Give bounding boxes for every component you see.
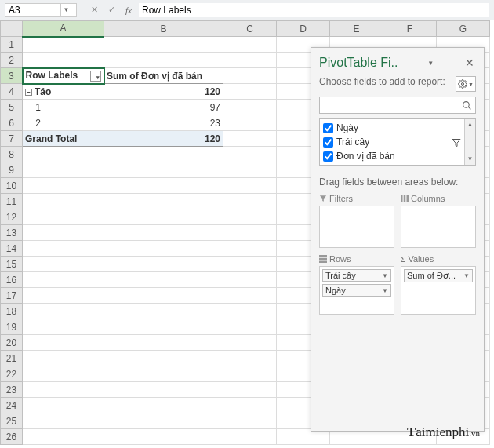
values-dropzone[interactable]: Sum of Đơ...▼ xyxy=(401,266,476,315)
filters-area: Filters xyxy=(319,194,394,248)
row-header-14[interactable]: 14 xyxy=(1,241,23,257)
pivot-grand-total[interactable]: Grand Total xyxy=(23,131,104,147)
field-filter-icon[interactable] xyxy=(452,138,461,148)
pivot-rowlabels-header[interactable]: Row Labels xyxy=(23,68,104,84)
svg-rect-8 xyxy=(319,255,327,257)
row-header-6[interactable]: 6 xyxy=(1,115,23,131)
field-checkbox[interactable] xyxy=(323,123,333,133)
pivot-row-2[interactable]: 2 xyxy=(23,115,104,131)
row-header-23[interactable]: 23 xyxy=(1,382,23,398)
pivot-fields-panel: PivotTable Fi.. ▼ ✕ Choose fields to add… xyxy=(311,47,485,432)
scroll-up-icon[interactable]: ▲ xyxy=(465,119,475,130)
watermark: Taimienphi.vn xyxy=(407,424,480,440)
svg-rect-9 xyxy=(319,258,327,260)
row-header-24[interactable]: 24 xyxy=(1,398,23,413)
columns-icon xyxy=(401,195,409,202)
col-header-A[interactable]: A xyxy=(23,21,104,37)
pivot-group-total[interactable]: 120 xyxy=(104,84,223,100)
svg-rect-6 xyxy=(404,195,406,202)
field-Trái cây[interactable]: Trái cây xyxy=(323,135,463,149)
rows-chip[interactable]: Trái cây▼ xyxy=(322,269,391,282)
fields-scrollbar[interactable]: ▲ ▼ xyxy=(464,119,475,165)
row-header-20[interactable]: 20 xyxy=(1,335,23,351)
col-header-E[interactable]: E xyxy=(330,21,383,37)
rows-icon xyxy=(319,255,327,263)
enter-icon: ✓ xyxy=(104,3,118,17)
sigma-icon: Σ xyxy=(401,254,405,264)
row-header-13[interactable]: 13 xyxy=(1,225,23,241)
rows-dropzone[interactable]: Trái cây▼Ngày▼ xyxy=(319,266,394,315)
svg-rect-7 xyxy=(407,195,409,202)
field-checkbox[interactable] xyxy=(323,137,333,148)
formula-input[interactable] xyxy=(139,3,489,17)
rowlabels-filter-icon[interactable] xyxy=(90,71,101,82)
col-header-C[interactable]: C xyxy=(223,21,277,37)
row-header-1[interactable]: 1 xyxy=(1,37,23,53)
col-header-F[interactable]: F xyxy=(383,21,437,37)
col-header-B[interactable]: B xyxy=(104,21,223,37)
chip-dropdown-icon[interactable]: ▼ xyxy=(463,272,470,279)
row-header-9[interactable]: 9 xyxy=(1,162,23,178)
row-header-16[interactable]: 16 xyxy=(1,272,23,288)
pivot-sum-header[interactable]: Sum of Đơn vị đã bán xyxy=(104,68,223,84)
name-box-input[interactable] xyxy=(5,5,60,16)
cancel-icon: ✕ xyxy=(87,3,101,17)
formula-bar: ▼ ✕ ✓ fx xyxy=(0,0,494,20)
columns-area: Columns xyxy=(401,194,476,248)
chip-dropdown-icon[interactable]: ▼ xyxy=(382,287,388,294)
gear-button[interactable]: ▼ xyxy=(456,76,476,92)
row-header-7[interactable]: 7 xyxy=(1,131,23,147)
field-Đơn vị đã bán[interactable]: Đơn vị đã bán xyxy=(323,149,463,163)
search-icon[interactable] xyxy=(459,97,475,113)
row-header-19[interactable]: 19 xyxy=(1,319,23,335)
panel-subtitle: Choose fields to add to report: xyxy=(319,76,456,87)
panel-title-dropdown-icon[interactable]: ▼ xyxy=(427,60,434,67)
field-Ngày[interactable]: Ngày xyxy=(323,121,463,135)
namebox-dropdown-icon[interactable]: ▼ xyxy=(60,4,71,16)
svg-marker-3 xyxy=(452,140,460,147)
name-box[interactable]: ▼ xyxy=(5,3,77,17)
values-chip[interactable]: Sum of Đơ...▼ xyxy=(404,269,473,282)
pivot-group[interactable]: −Táo xyxy=(23,84,104,100)
fields-list-box: NgàyTrái câyĐơn vị đã bán ▲ ▼ xyxy=(319,118,476,166)
row-header-17[interactable]: 17 xyxy=(1,288,23,304)
row-header-22[interactable]: 22 xyxy=(1,366,23,382)
collapse-icon[interactable]: − xyxy=(25,89,32,96)
row-header-4[interactable]: 4 xyxy=(1,84,23,100)
columns-dropzone[interactable] xyxy=(401,206,476,248)
row-header-15[interactable]: 15 xyxy=(1,257,23,272)
svg-point-0 xyxy=(462,83,464,86)
chevron-down-icon: ▼ xyxy=(468,82,474,87)
divider xyxy=(82,3,82,17)
chip-dropdown-icon[interactable]: ▼ xyxy=(382,272,388,279)
col-header-G[interactable]: G xyxy=(437,21,490,37)
select-all-corner[interactable] xyxy=(1,21,23,37)
row-header-26[interactable]: 26 xyxy=(1,429,23,445)
row-header-12[interactable]: 12 xyxy=(1,209,23,225)
scroll-down-icon[interactable]: ▼ xyxy=(465,154,475,165)
pivot-row-1[interactable]: 1 xyxy=(23,100,104,115)
gear-icon xyxy=(458,79,467,89)
field-search[interactable] xyxy=(319,97,476,114)
drag-hint: Drag fields between areas below: xyxy=(319,177,476,188)
row-header-3[interactable]: 3 xyxy=(1,68,23,84)
filters-dropzone[interactable] xyxy=(319,206,394,248)
field-search-input[interactable] xyxy=(320,97,459,113)
svg-rect-10 xyxy=(319,261,327,264)
close-icon[interactable]: ✕ xyxy=(463,56,476,69)
row-header-8[interactable]: 8 xyxy=(1,147,23,162)
fx-icon[interactable]: fx xyxy=(122,3,136,17)
row-header-18[interactable]: 18 xyxy=(1,304,23,319)
rows-chip[interactable]: Ngày▼ xyxy=(322,284,391,297)
svg-point-1 xyxy=(463,101,470,107)
col-header-D[interactable]: D xyxy=(277,21,330,37)
row-header-10[interactable]: 10 xyxy=(1,178,23,194)
values-area: ΣValues Sum of Đơ...▼ xyxy=(401,254,476,315)
svg-line-2 xyxy=(468,107,470,109)
row-header-21[interactable]: 21 xyxy=(1,351,23,366)
row-header-11[interactable]: 11 xyxy=(1,194,23,209)
row-header-5[interactable]: 5 xyxy=(1,100,23,115)
field-checkbox[interactable] xyxy=(323,151,333,162)
row-header-2[interactable]: 2 xyxy=(1,53,23,68)
row-header-25[interactable]: 25 xyxy=(1,413,23,429)
